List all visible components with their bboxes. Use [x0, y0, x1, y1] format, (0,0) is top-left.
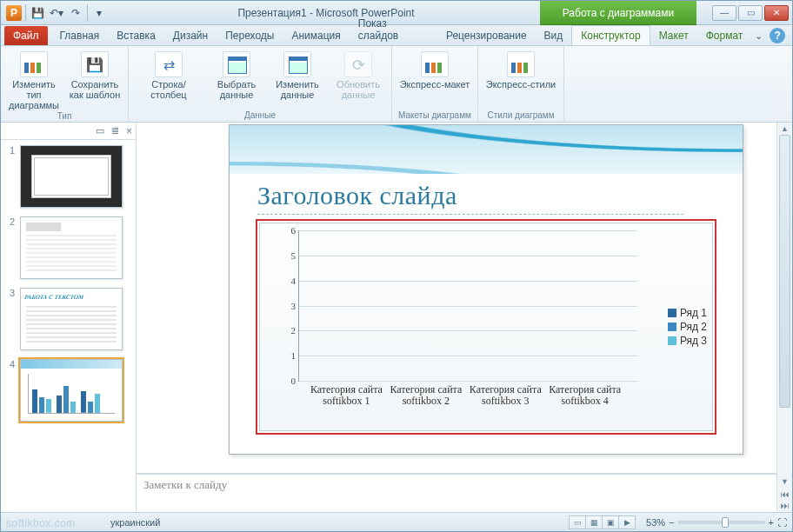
- slide-background-art: [230, 125, 743, 174]
- thumbnail-list[interactable]: 1 2 3 4: [1, 140, 136, 512]
- qat-save-icon[interactable]: 💾: [30, 5, 45, 21]
- quick-access-toolbar: 💾 ↶▾ ↷ ▾: [1, 1, 112, 25]
- normal-view-button[interactable]: ▭: [569, 515, 586, 529]
- slide-canvas[interactable]: Заголовок слайда 0123456Категория сайта …: [137, 123, 776, 474]
- ribbon-minimize-icon[interactable]: ⌄: [751, 30, 766, 45]
- slide-nav: ⏮ ⏭: [781, 488, 790, 512]
- scroll-thumb[interactable]: [779, 135, 790, 408]
- contextual-tab-label: Работа с диаграммами: [540, 1, 696, 25]
- legend-label: Ряд 2: [680, 321, 707, 333]
- thumbnail-slide-2[interactable]: 2: [4, 216, 132, 279]
- edit-data-button[interactable]: Изменить данные: [270, 48, 325, 110]
- ribbon-group-chart-layouts: Экспресс-макет Макеты диаграмм: [392, 46, 478, 122]
- legend-swatch: [668, 309, 676, 317]
- tab-chart-format[interactable]: Формат: [697, 26, 752, 45]
- legend-label: Ряд 1: [680, 307, 707, 319]
- quick-layout-button[interactable]: Экспресс-макет: [397, 48, 472, 110]
- watermark: softikbox.com: [6, 517, 76, 529]
- tab-review[interactable]: Рецензирование: [437, 26, 536, 45]
- qat-customize-icon[interactable]: ▾: [91, 5, 107, 21]
- prev-slide-icon[interactable]: ⏮: [781, 489, 790, 499]
- ribbon-tabs: Файл Главная Вставка Дизайн Переходы Ани…: [1, 25, 792, 46]
- quick-styles-button[interactable]: Экспресс-стили: [483, 48, 558, 110]
- status-language[interactable]: украинский: [110, 517, 160, 528]
- edit-data-icon: [283, 51, 311, 77]
- chart-area: 0123456Категория сайта softikbox 1Катего…: [259, 223, 713, 431]
- select-data-button[interactable]: Выбрать данные: [209, 48, 264, 110]
- thumbnail-slide-1[interactable]: 1: [4, 145, 132, 208]
- tab-transitions[interactable]: Переходы: [217, 26, 283, 45]
- window-title: Презентация1 - Microsoft PowerPoint: [112, 1, 540, 25]
- tab-chart-layout[interactable]: Макет: [650, 26, 697, 45]
- y-tick: 4: [291, 276, 297, 286]
- plot-area: 0123456Категория сайта softikbox 1Катего…: [298, 230, 637, 382]
- thumbnail-slide-3[interactable]: 3: [4, 288, 132, 350]
- zoom-percent[interactable]: 53%: [646, 517, 665, 528]
- slide-title[interactable]: Заголовок слайда: [257, 181, 457, 210]
- legend-item: Ряд 3: [668, 335, 707, 347]
- help-icon[interactable]: ?: [770, 28, 785, 43]
- chart-object[interactable]: 0123456Категория сайта softikbox 1Катего…: [256, 219, 716, 435]
- ribbon: Изменить тип диаграммы Сохранить как шаб…: [1, 46, 792, 123]
- window-controls: — ▭ ✕: [696, 1, 792, 25]
- ribbon-group-chart-styles: Экспресс-стили Стили диаграмм: [478, 46, 564, 122]
- quick-styles-icon: [507, 51, 535, 77]
- legend-label: Ряд 3: [680, 335, 707, 347]
- switch-row-column-button[interactable]: Строка/столбец: [134, 48, 203, 110]
- maximize-button[interactable]: ▭: [738, 5, 763, 21]
- minimize-button[interactable]: —: [712, 5, 736, 21]
- y-tick: 1: [291, 350, 297, 361]
- x-label: Категория сайта softikbox 3: [469, 381, 543, 407]
- y-tick: 5: [291, 250, 297, 261]
- zoom-control: 53% − + ⛶: [646, 517, 787, 528]
- sorter-view-button[interactable]: ▦: [585, 515, 603, 529]
- chart-type-icon: [20, 51, 48, 77]
- reading-view-button[interactable]: ▣: [602, 515, 619, 529]
- view-buttons: ▭ ▦ ▣ ▶: [570, 515, 636, 529]
- tab-design[interactable]: Дизайн: [164, 26, 217, 45]
- ribbon-group-type: Изменить тип диаграммы Сохранить как шаб…: [1, 46, 129, 122]
- fit-to-window-button[interactable]: ⛶: [777, 517, 787, 528]
- zoom-in-button[interactable]: +: [769, 517, 774, 528]
- ribbon-group-data: Строка/столбец Выбрать данные Изменить д…: [129, 46, 392, 122]
- close-panel-icon[interactable]: ×: [126, 125, 132, 137]
- zoom-slider[interactable]: [678, 521, 765, 524]
- vertical-scrollbar[interactable]: ▲ ▼ ⏮ ⏭: [776, 123, 792, 512]
- tab-home[interactable]: Главная: [51, 26, 109, 45]
- refresh-data-icon: [344, 51, 372, 77]
- tab-animations[interactable]: Анимация: [283, 26, 349, 45]
- tab-insert[interactable]: Вставка: [108, 26, 164, 45]
- qat-redo-icon[interactable]: ↷: [68, 5, 83, 21]
- save-template-icon: [81, 51, 109, 77]
- slides-tab-icon[interactable]: ≣: [111, 125, 119, 136]
- app-icon[interactable]: [6, 5, 22, 21]
- close-button[interactable]: ✕: [764, 5, 789, 21]
- notes-pane[interactable]: Заметки к слайду: [137, 474, 776, 512]
- qat-undo-icon[interactable]: ↶▾: [49, 5, 64, 21]
- editor: Заголовок слайда 0123456Категория сайта …: [137, 123, 776, 512]
- slide-panel-header: ▭ ≣ ×: [1, 123, 136, 140]
- outline-tab-icon[interactable]: ▭: [96, 125, 104, 136]
- legend-item: Ряд 1: [668, 307, 707, 319]
- tab-slideshow[interactable]: Показ слайдов: [350, 14, 437, 45]
- scroll-track[interactable]: [777, 135, 792, 475]
- slide: Заголовок слайда 0123456Категория сайта …: [229, 124, 743, 455]
- save-as-template-button[interactable]: Сохранить как шаблон: [67, 48, 123, 110]
- tab-file[interactable]: Файл: [4, 26, 48, 45]
- app-window: 💾 ↶▾ ↷ ▾ Презентация1 - Microsoft PowerP…: [0, 0, 793, 532]
- x-label: Категория сайта softikbox 2: [389, 381, 463, 407]
- y-tick: 6: [291, 225, 297, 236]
- tab-view[interactable]: Вид: [536, 26, 572, 45]
- tab-chart-design[interactable]: Конструктор: [571, 25, 650, 45]
- legend-swatch: [668, 323, 676, 331]
- change-chart-type-button[interactable]: Изменить тип диаграммы: [6, 48, 62, 110]
- refresh-data-button: Обновить данные: [330, 48, 386, 110]
- next-slide-icon[interactable]: ⏭: [781, 501, 790, 510]
- chart-legend: Ряд 1Ряд 2Ряд 3: [668, 305, 707, 349]
- scroll-down-icon[interactable]: ▼: [781, 475, 789, 488]
- thumbnail-slide-4[interactable]: 4: [4, 359, 132, 422]
- zoom-out-button[interactable]: −: [669, 517, 674, 528]
- slideshow-view-button[interactable]: ▶: [618, 515, 636, 529]
- quick-layout-icon: [421, 51, 449, 77]
- scroll-up-icon[interactable]: ▲: [781, 123, 789, 135]
